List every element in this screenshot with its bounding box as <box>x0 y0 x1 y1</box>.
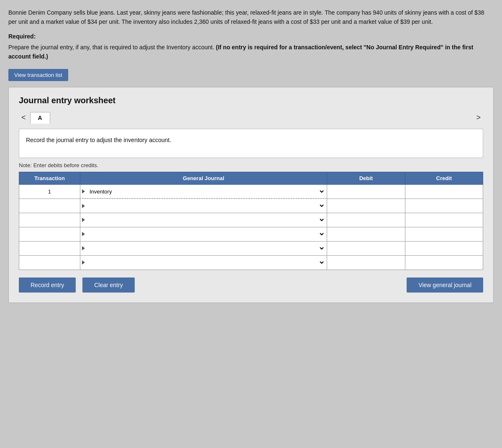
table-row: Inventory No Journal Entry Required Cost… <box>19 213 483 227</box>
credit-cell-3[interactable] <box>405 213 483 227</box>
credit-cell-4[interactable] <box>405 227 483 241</box>
debit-cell-3[interactable] <box>327 213 405 227</box>
table-row: Inventory No Journal Entry Required Cost… <box>19 241 483 255</box>
gj-select-4[interactable]: Inventory No Journal Entry Required Cost… <box>86 230 325 239</box>
page-wrapper: Bonnie Denim Company sells blue jeans. L… <box>8 8 494 303</box>
credit-input-6[interactable] <box>407 259 481 267</box>
debit-cell-5[interactable] <box>327 241 405 255</box>
dropdown-indicator-3 <box>82 218 85 222</box>
gj-dropdown-wrapper-1[interactable]: Inventory No Journal Entry Required Cost… <box>82 187 325 196</box>
debit-input-4[interactable] <box>329 230 403 238</box>
col-header-credit: Credit <box>405 172 483 184</box>
instruction-box-text: Record the journal entry to adjust the i… <box>26 137 171 143</box>
tab-next-arrow[interactable]: > <box>474 112 483 123</box>
col-header-transaction: Transaction <box>19 172 80 184</box>
view-general-journal-button[interactable]: View general journal <box>407 277 483 293</box>
gj-select-2[interactable]: Inventory No Journal Entry Required Cost… <box>86 201 325 210</box>
tab-prev-arrow[interactable]: < <box>19 112 28 123</box>
credit-input-5[interactable] <box>407 244 481 252</box>
transaction-cell-5 <box>19 241 80 255</box>
tab-a-button[interactable]: A <box>30 112 50 124</box>
required-label: Required: <box>8 33 494 40</box>
debit-cell-2[interactable] <box>327 199 405 213</box>
worksheet-container: Journal entry worksheet < A > Record the… <box>8 87 494 303</box>
credit-input-3[interactable] <box>407 216 481 224</box>
gj-cell-2[interactable]: Inventory No Journal Entry Required Cost… <box>80 199 327 213</box>
gj-select-3[interactable]: Inventory No Journal Entry Required Cost… <box>86 216 325 224</box>
debit-cell-1[interactable] <box>327 184 405 199</box>
table-row: 1 Inventory No Journal Entry Required Co… <box>19 184 483 199</box>
gj-cell-6[interactable]: Inventory No Journal Entry Required Cost… <box>80 255 327 270</box>
table-row: Inventory No Journal Entry Required Cost… <box>19 255 483 270</box>
transaction-cell-1: 1 <box>19 184 80 199</box>
credit-cell-2[interactable] <box>405 199 483 213</box>
table-header-row: Transaction General Journal Debit Credit <box>19 172 483 184</box>
debit-cell-4[interactable] <box>327 227 405 241</box>
tab-navigation: < A > <box>19 112 483 124</box>
credit-cell-6[interactable] <box>405 255 483 270</box>
gj-dropdown-wrapper-3[interactable]: Inventory No Journal Entry Required Cost… <box>82 216 325 224</box>
transaction-cell-4 <box>19 227 80 241</box>
col-header-general-journal: General Journal <box>80 172 327 184</box>
debit-cell-6[interactable] <box>327 255 405 270</box>
dropdown-indicator-5 <box>82 246 85 250</box>
table-row: Inventory No Journal Entry Required Cost… <box>19 199 483 213</box>
intro-text: Bonnie Denim Company sells blue jeans. L… <box>8 8 494 26</box>
record-entry-button[interactable]: Record entry <box>19 277 76 293</box>
debit-input-1[interactable] <box>329 188 403 196</box>
worksheet-title: Journal entry worksheet <box>19 96 483 105</box>
gj-select-6[interactable]: Inventory No Journal Entry Required Cost… <box>86 258 325 267</box>
transaction-cell-3 <box>19 213 80 227</box>
instruction-box: Record the journal entry to adjust the i… <box>19 129 483 158</box>
dropdown-indicator-2 <box>82 204 85 208</box>
note-text: Note: Enter debits before credits. <box>19 162 483 168</box>
instruction-text: Prepare the journal entry, if any, that … <box>8 43 494 61</box>
action-buttons: Record entry Clear entry View general jo… <box>19 277 483 293</box>
gj-dropdown-wrapper-4[interactable]: Inventory No Journal Entry Required Cost… <box>82 230 325 239</box>
gj-cell-5[interactable]: Inventory No Journal Entry Required Cost… <box>80 241 327 255</box>
gj-cell-4[interactable]: Inventory No Journal Entry Required Cost… <box>80 227 327 241</box>
gj-dropdown-wrapper-6[interactable]: Inventory No Journal Entry Required Cost… <box>82 258 325 267</box>
transaction-cell-6 <box>19 255 80 270</box>
gj-cell-1[interactable]: Inventory No Journal Entry Required Cost… <box>80 184 327 199</box>
gj-select-1[interactable]: Inventory No Journal Entry Required Cost… <box>86 187 325 196</box>
credit-input-4[interactable] <box>407 230 481 238</box>
transaction-cell-2 <box>19 199 80 213</box>
journal-table: Transaction General Journal Debit Credit… <box>19 172 483 270</box>
credit-cell-5[interactable] <box>405 241 483 255</box>
gj-select-5[interactable]: Inventory No Journal Entry Required Cost… <box>86 244 325 253</box>
credit-input-2[interactable] <box>407 202 481 210</box>
dropdown-indicator-4 <box>82 232 85 236</box>
debit-input-3[interactable] <box>329 216 403 224</box>
instruction-main: Prepare the journal entry, if any, that … <box>8 44 214 51</box>
clear-entry-button[interactable]: Clear entry <box>82 277 134 293</box>
debit-input-5[interactable] <box>329 244 403 252</box>
table-row: Inventory No Journal Entry Required Cost… <box>19 227 483 241</box>
credit-cell-1[interactable] <box>405 184 483 199</box>
view-transaction-button[interactable]: View transaction list <box>8 69 68 81</box>
gj-dropdown-wrapper-2[interactable]: Inventory No Journal Entry Required Cost… <box>82 201 325 210</box>
credit-input-1[interactable] <box>407 188 481 196</box>
debit-input-2[interactable] <box>329 202 403 210</box>
dropdown-indicator-6 <box>82 260 85 265</box>
dropdown-indicator-1 <box>82 189 85 193</box>
col-header-debit: Debit <box>327 172 405 184</box>
gj-cell-3[interactable]: Inventory No Journal Entry Required Cost… <box>80 213 327 227</box>
debit-input-6[interactable] <box>329 259 403 267</box>
gj-dropdown-wrapper-5[interactable]: Inventory No Journal Entry Required Cost… <box>82 244 325 253</box>
